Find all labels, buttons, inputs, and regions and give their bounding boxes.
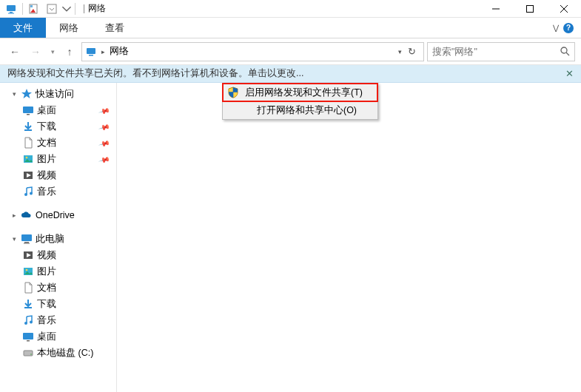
- tab-network[interactable]: 网络: [46, 18, 92, 38]
- search-box[interactable]: [427, 42, 575, 61]
- qat-separator: [22, 3, 23, 15]
- sidebar-item-documents[interactable]: 文档 📌: [0, 135, 116, 151]
- breadcrumb-bar[interactable]: ▸ 网络 ▾ ↻: [81, 42, 424, 61]
- video-icon: [22, 249, 34, 261]
- sidebar-item-label: 本地磁盘 (C:): [37, 347, 93, 359]
- sidebar-item-label: 音乐: [37, 186, 56, 198]
- minimize-button[interactable]: [479, 0, 513, 18]
- svg-rect-24: [24, 242, 29, 243]
- qat-separator-2: [75, 3, 75, 15]
- sidebar-item-local-disk-c[interactable]: 本地磁盘 (C:): [0, 345, 116, 361]
- network-discovery-infobar[interactable]: 网络发现和文件共享已关闭。看不到网络计算机和设备。单击以更改... ✕: [0, 65, 581, 83]
- svg-rect-15: [27, 114, 30, 115]
- sidebar-item-pictures[interactable]: 图片 📌: [0, 151, 116, 167]
- sidebar-item-label: 图片: [37, 153, 56, 166]
- window-title-text: 网络: [88, 3, 106, 13]
- sidebar-onedrive[interactable]: ▸ OneDrive: [0, 207, 116, 223]
- search-icon[interactable]: [560, 47, 570, 56]
- desktop-icon: [22, 331, 34, 342]
- shield-icon: [227, 87, 239, 98]
- context-menu-enable-network-discovery[interactable]: 启用网络发现和文件共享(T): [223, 84, 377, 101]
- nav-forward-button[interactable]: →: [27, 43, 44, 61]
- svg-rect-11: [89, 55, 93, 56]
- window-title: |网络: [83, 2, 106, 15]
- qat-caret-icon[interactable]: [61, 1, 72, 17]
- ribbon-tabs: 文件 网络 查看 ⋁ ?: [0, 18, 581, 38]
- document-icon: [22, 282, 34, 294]
- explorer-body: ▾ 快速访问 桌面 📌 下载 📌 文档 📌 图片 📌: [0, 83, 581, 392]
- qat-dropdown-icon[interactable]: [44, 1, 60, 17]
- svg-point-21: [30, 192, 33, 195]
- sidebar-this-pc-label: 此电脑: [36, 233, 64, 246]
- tab-view[interactable]: 查看: [92, 18, 138, 38]
- sidebar-this-pc[interactable]: ▾ 此电脑: [0, 231, 116, 247]
- search-input[interactable]: [432, 47, 543, 57]
- breadcrumb-dropdown-icon[interactable]: ▾: [398, 48, 402, 55]
- nav-up-button[interactable]: ↑: [61, 43, 78, 61]
- svg-point-31: [30, 321, 33, 324]
- sidebar-item-music[interactable]: 音乐: [0, 183, 116, 200]
- quick-access-toolbar: [0, 0, 77, 17]
- sidebar-item-videos-pc[interactable]: 视频: [0, 247, 116, 263]
- document-icon: [22, 137, 34, 149]
- sidebar-item-downloads-pc[interactable]: 下载: [0, 296, 116, 312]
- sidebar-item-documents-pc[interactable]: 文档: [0, 280, 116, 296]
- pin-icon: 📌: [98, 104, 110, 116]
- svg-line-13: [566, 53, 569, 55]
- sidebar-item-downloads[interactable]: 下载 📌: [0, 118, 116, 135]
- nav-back-button[interactable]: ←: [6, 43, 24, 61]
- tab-file[interactable]: 文件: [0, 18, 46, 38]
- address-bar-row: ← → ▾ ↑ ▸ 网络 ▾ ↻: [0, 38, 581, 65]
- svg-rect-35: [24, 351, 33, 356]
- help-icon[interactable]: ?: [563, 23, 574, 33]
- sidebar-item-pictures-pc[interactable]: 图片: [0, 263, 116, 280]
- infobar-close-icon[interactable]: ✕: [565, 68, 574, 79]
- picture-icon: [22, 266, 34, 277]
- titlebar: |网络: [0, 0, 581, 18]
- pin-icon: 📌: [98, 121, 110, 132]
- picture-icon: [22, 153, 34, 165]
- chevron-down-icon[interactable]: ▾: [10, 235, 18, 243]
- refresh-icon[interactable]: ↻: [408, 46, 416, 57]
- svg-rect-1: [10, 12, 13, 13]
- svg-rect-0: [7, 5, 16, 11]
- qat-properties-icon[interactable]: [26, 1, 42, 17]
- sidebar-quick-access[interactable]: ▾ 快速访问: [0, 86, 116, 102]
- sidebar-item-music-pc[interactable]: 音乐: [0, 312, 116, 328]
- chevron-down-icon[interactable]: ▾: [10, 90, 18, 98]
- svg-rect-2: [8, 13, 14, 13]
- maximize-button[interactable]: [513, 0, 547, 18]
- tab-view-label: 查看: [105, 21, 124, 35]
- sidebar-item-label: 视频: [37, 249, 56, 262]
- sidebar-item-label: 音乐: [37, 314, 56, 327]
- ribbon-collapse-icon[interactable]: ⋁: [553, 24, 559, 32]
- breadcrumb-root-caret[interactable]: ▸: [101, 48, 105, 55]
- sidebar-onedrive-label: OneDrive: [36, 210, 75, 220]
- sidebar-item-label: 下载: [37, 298, 56, 311]
- context-menu: 启用网络发现和文件共享(T) 打开网络和共享中心(O): [222, 83, 378, 120]
- sidebar-item-videos[interactable]: 视频: [0, 167, 116, 183]
- breadcrumb-item-network[interactable]: 网络: [110, 45, 129, 58]
- video-icon: [22, 169, 34, 181]
- svg-rect-10: [87, 48, 95, 54]
- svg-rect-25: [24, 243, 30, 244]
- content-pane[interactable]: 启用网络发现和文件共享(T) 打开网络和共享中心(O): [117, 83, 581, 392]
- pin-icon: 📌: [98, 153, 110, 165]
- svg-rect-4: [30, 5, 33, 7]
- music-icon: [22, 314, 34, 326]
- chevron-right-icon[interactable]: ▸: [10, 212, 18, 219]
- infobar-text: 网络发现和文件共享已关闭。看不到网络计算机和设备。单击以更改...: [7, 67, 303, 80]
- sidebar-item-label: 视频: [37, 169, 56, 182]
- context-menu-open-network-center[interactable]: 打开网络和共享中心(O): [223, 101, 377, 119]
- sidebar-item-desktop[interactable]: 桌面 📌: [0, 102, 116, 118]
- nav-history-dropdown[interactable]: ▾: [47, 43, 58, 61]
- sidebar-item-label: 桌面: [37, 331, 56, 343]
- window-system-buttons: [479, 0, 581, 18]
- desktop-icon: [22, 104, 34, 116]
- sidebar-item-desktop-pc[interactable]: 桌面: [0, 328, 116, 345]
- sidebar-item-label: 图片: [37, 266, 56, 278]
- pin-icon: 📌: [98, 137, 110, 149]
- navigation-pane: ▾ 快速访问 桌面 📌 下载 📌 文档 📌 图片 📌: [0, 83, 117, 392]
- blank-icon: [227, 104, 239, 116]
- close-button[interactable]: [547, 0, 581, 18]
